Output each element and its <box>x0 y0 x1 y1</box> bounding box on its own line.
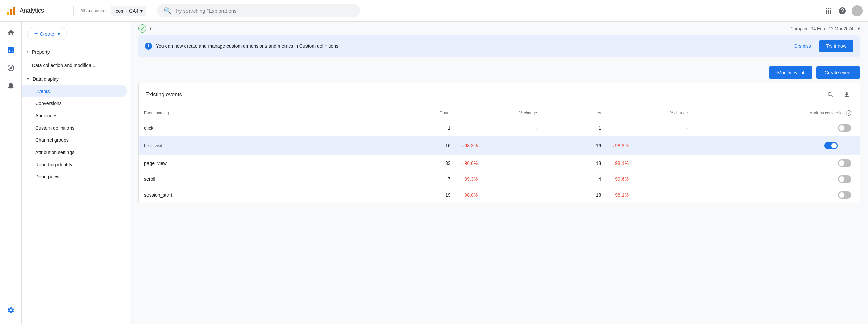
count-change-arrow-icon: ↓ <box>461 161 463 166</box>
conversion-cell-wrapper: ⋮ <box>698 140 851 151</box>
panel-actions <box>824 89 853 101</box>
users-value: 16 <box>596 143 601 148</box>
users-change-cell: ↓ 98.1% <box>607 187 693 203</box>
users-cell: 18 <box>542 155 607 171</box>
users-value: 18 <box>596 160 601 166</box>
table-row: scroll 7 ↓ 99.3% 4 <box>139 171 860 187</box>
data-display-chevron-icon: ▾ <box>27 77 29 81</box>
breadcrumb-chevron: › <box>105 8 107 13</box>
dismiss-button[interactable]: Dismiss <box>790 41 815 52</box>
status-dropdown-icon[interactable]: ▾ <box>149 26 152 31</box>
sidebar-item-debugview[interactable]: DebugView <box>22 171 127 183</box>
conversion-toggle-pageview[interactable] <box>838 159 851 167</box>
count-col-label: Count <box>440 111 451 115</box>
users-col-label: Users <box>591 111 601 115</box>
apps-icon[interactable] <box>825 7 833 15</box>
event-name-value: scroll <box>144 176 155 182</box>
users-change-arrow-icon: ↓ <box>612 193 614 197</box>
main-layout: + Create ▾ › Property › Data collection … <box>0 22 868 324</box>
conversion-cell <box>693 120 860 136</box>
conversion-toggle-scroll[interactable] <box>838 175 851 183</box>
header-actions <box>825 5 863 16</box>
count-change-value: ↓ 96.6% <box>461 160 537 166</box>
count-cell: 19 <box>391 187 456 203</box>
sidebar-item-attribution-settings[interactable]: Attribution settings <box>22 146 127 158</box>
users-change-col-label: % change <box>670 111 688 115</box>
count-change-cell: - <box>456 120 542 136</box>
home-nav-icon[interactable] <box>3 24 19 41</box>
download-events-button[interactable] <box>841 89 853 101</box>
create-event-button[interactable]: Create event <box>816 66 860 79</box>
explore-nav-icon[interactable] <box>3 60 19 76</box>
users-change-arrow-icon: ↓ <box>612 143 614 148</box>
col-header-users: Users <box>542 106 607 120</box>
table-row: session_start 19 ↓ 98.0% 18 <box>139 187 860 203</box>
advertising-nav-icon[interactable] <box>3 77 19 94</box>
sidebar-item-events[interactable]: Events <box>22 85 127 97</box>
property-selector[interactable]: .com - GA4 ▾ <box>111 6 146 16</box>
event-name-value: first_visit <box>144 143 162 148</box>
help-icon[interactable] <box>838 7 846 15</box>
status-bar: ▾ Compare: 14 Feb - 12 Mar 2024 ▾ <box>130 22 868 33</box>
search-input[interactable] <box>175 8 354 14</box>
conversion-toggle-track <box>838 159 851 167</box>
count-value: 7 <box>448 176 451 182</box>
search-bar[interactable]: 🔍 <box>157 4 360 17</box>
conversion-toggle-track <box>838 191 851 199</box>
configure-nav-icon[interactable] <box>3 302 19 319</box>
all-accounts-label: All accounts <box>80 8 104 13</box>
reports-nav-icon[interactable] <box>3 42 19 58</box>
sidebar-item-custom-definitions[interactable]: Custom definitions <box>22 122 127 134</box>
svg-rect-0 <box>7 12 9 15</box>
users-cell: 4 <box>542 171 607 187</box>
sidebar-item-property[interactable]: › Property <box>22 46 127 58</box>
users-cell: 16 <box>542 136 607 155</box>
compare-text: Compare: 14 Feb - 12 Mar 2024 <box>790 26 853 31</box>
conversion-toggle-session-start[interactable] <box>838 191 851 199</box>
events-panel: Existing events Event name <box>138 83 860 203</box>
search-icon: 🔍 <box>164 7 171 15</box>
property-chevron-icon: › <box>27 50 28 54</box>
analytics-logo <box>5 5 16 16</box>
conversion-toggle-click[interactable] <box>838 124 851 132</box>
sidebar-item-conversions[interactable]: Conversions <box>22 97 127 110</box>
conversion-cell <box>693 187 860 203</box>
sidebar-item-channel-groups[interactable]: Channel groups <box>22 134 127 146</box>
users-value: 4 <box>598 176 601 182</box>
try-now-button[interactable]: Try it now <box>819 40 853 52</box>
all-accounts-link[interactable]: All accounts › <box>80 8 107 13</box>
col-header-mark-conversion: Mark as conversion ? <box>693 106 860 120</box>
users-value: 18 <box>596 192 601 198</box>
sidebar-data-collection-label: Data collection and modifica... <box>32 63 122 68</box>
event-name-cell: scroll <box>139 171 391 187</box>
create-plus-icon: + <box>34 30 38 37</box>
count-change-col-label: % change <box>519 111 537 115</box>
three-dots-menu-icon[interactable]: ⋮ <box>841 140 851 151</box>
sidebar-item-data-display[interactable]: ▾ Data display <box>22 73 127 85</box>
table-row: first_visit 16 ↓ 98.3% 16 <box>139 136 860 155</box>
users-change-cell: ↓ 98.3% <box>607 136 693 155</box>
mark-conversion-help-icon[interactable]: ? <box>846 110 851 116</box>
sidebar-item-reporting-identity[interactable]: Reporting identity <box>22 158 127 171</box>
count-value: 1 <box>448 125 451 131</box>
count-cell: 33 <box>391 155 456 171</box>
conversion-toggle-first-visit[interactable] <box>824 142 838 149</box>
modify-event-button[interactable]: Modify event <box>769 66 812 79</box>
count-change-arrow-icon: ↓ <box>461 177 463 182</box>
sidebar-item-data-collection[interactable]: › Data collection and modifica... <box>22 59 127 72</box>
property-dropdown-icon: ▾ <box>140 8 143 14</box>
users-value: 1 <box>598 125 601 131</box>
compare-dropdown-icon[interactable]: ▾ <box>857 26 860 31</box>
create-button[interactable]: + Create ▾ <box>27 27 67 40</box>
create-dropdown-icon: ▾ <box>58 31 60 37</box>
actions-row: Modify event Create event <box>130 62 868 83</box>
count-cell: 7 <box>391 171 456 187</box>
sidebar-item-audiences[interactable]: Audiences <box>22 110 127 122</box>
count-value: 19 <box>445 192 451 198</box>
events-table-body: click 1 - 1 - <box>139 120 860 203</box>
nav-section-data-display: ▾ Data display Events Conversions Audien… <box>22 73 130 183</box>
users-cell: 18 <box>542 187 607 203</box>
col-header-event-name[interactable]: Event name ↑ <box>139 106 391 120</box>
search-events-button[interactable] <box>824 89 836 101</box>
user-avatar[interactable] <box>852 5 863 16</box>
